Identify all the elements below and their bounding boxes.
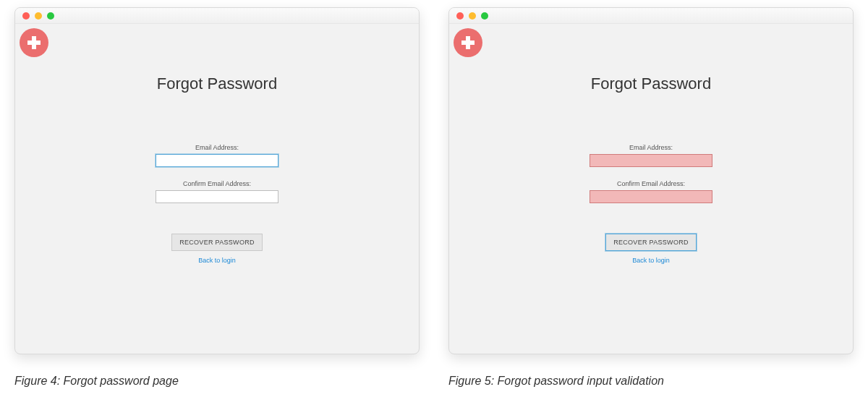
figure-5-wrap: Forgot Password Email Address: Confirm E… bbox=[448, 7, 854, 388]
svg-rect-1 bbox=[27, 40, 41, 45]
app-window-right: Forgot Password Email Address: Confirm E… bbox=[448, 7, 854, 354]
window-minimize-icon[interactable] bbox=[35, 12, 42, 20]
figure-row: Forgot Password Email Address: Confirm E… bbox=[14, 7, 854, 388]
medical-cross-icon bbox=[20, 28, 48, 57]
svg-rect-3 bbox=[461, 40, 475, 45]
figure-4-wrap: Forgot Password Email Address: Confirm E… bbox=[14, 7, 420, 388]
figure-5-caption: Figure 5: Forgot password input validati… bbox=[448, 375, 854, 388]
window-minimize-icon[interactable] bbox=[469, 12, 476, 20]
figure-4-caption: Figure 4: Forgot password page bbox=[14, 375, 420, 388]
email-field[interactable] bbox=[156, 154, 278, 167]
confirm-email-field[interactable] bbox=[156, 190, 278, 203]
window-close-icon[interactable] bbox=[456, 12, 464, 20]
page-title: Forgot Password bbox=[157, 74, 277, 93]
app-window-left: Forgot Password Email Address: Confirm E… bbox=[14, 7, 420, 354]
window-zoom-icon[interactable] bbox=[47, 12, 54, 20]
email-field[interactable] bbox=[590, 154, 712, 167]
confirm-email-label: Confirm Email Address: bbox=[617, 180, 685, 187]
confirm-email-label: Confirm Email Address: bbox=[183, 180, 251, 187]
email-label: Email Address: bbox=[629, 144, 673, 151]
app-body: Forgot Password Email Address: Confirm E… bbox=[15, 24, 419, 354]
page-title: Forgot Password bbox=[591, 74, 711, 93]
medical-cross-icon bbox=[454, 28, 482, 57]
forgot-password-form: Forgot Password Email Address: Confirm E… bbox=[449, 24, 853, 354]
form-actions: RECOVER PASSWORD Back to login bbox=[605, 234, 697, 264]
forgot-password-form: Forgot Password Email Address: Confirm E… bbox=[15, 24, 419, 354]
back-to-login-link[interactable]: Back to login bbox=[198, 257, 236, 264]
app-body: Forgot Password Email Address: Confirm E… bbox=[449, 24, 853, 354]
window-close-icon[interactable] bbox=[22, 12, 30, 20]
back-to-login-link[interactable]: Back to login bbox=[632, 257, 670, 264]
form-actions: RECOVER PASSWORD Back to login bbox=[171, 234, 263, 264]
form-fields: Email Address: Confirm Email Address: bbox=[15, 144, 419, 213]
recover-password-button[interactable]: RECOVER PASSWORD bbox=[171, 234, 263, 251]
confirm-email-field[interactable] bbox=[590, 190, 712, 203]
form-fields: Email Address: Confirm Email Address: bbox=[449, 144, 853, 213]
window-titlebar bbox=[15, 8, 419, 24]
window-titlebar bbox=[449, 8, 853, 24]
recover-password-button[interactable]: RECOVER PASSWORD bbox=[605, 234, 697, 251]
window-zoom-icon[interactable] bbox=[481, 12, 488, 20]
email-label: Email Address: bbox=[195, 144, 239, 151]
